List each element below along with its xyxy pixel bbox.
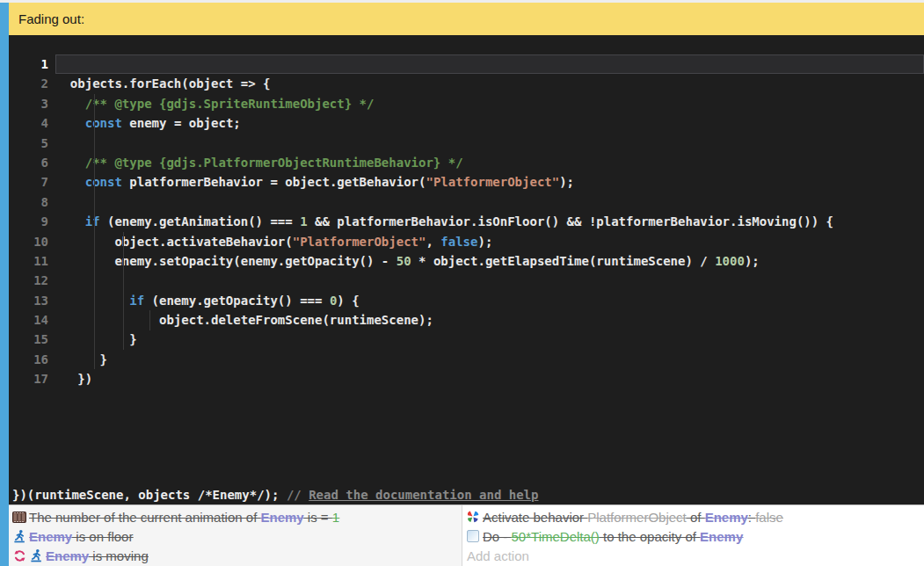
code-line-2[interactable]: 2 objects.forEach(object => {: [9, 74, 924, 93]
condition-row[interactable]: The number of the current animation of E…: [9, 507, 462, 526]
line-number: 5: [9, 134, 55, 153]
code-line-10[interactable]: 10 object.activateBehavior("PlatformerOb…: [9, 232, 924, 251]
code-wrapper-top: (function(runtimeScene, objects /*Enemy*…: [9, 35, 924, 54]
action-row[interactable]: Do - 50*TimeDelta() to the opacity of En…: [462, 526, 924, 546]
line-number: 3: [9, 94, 55, 113]
condition-text: Enemy is moving: [46, 548, 149, 563]
code-line-16[interactable]: 16 }: [9, 350, 924, 369]
code-text: enemy.setOpacity(enemy.getOpacity() - 50…: [55, 251, 924, 271]
platformer-icon: [12, 529, 26, 543]
line-number: 11: [9, 251, 55, 271]
line-number: 7: [9, 172, 55, 192]
line-number: 16: [9, 350, 55, 369]
wrapper-bottom-code: })(runtimeScene, objects /*Enemy*/);: [12, 488, 287, 502]
code-line-11[interactable]: 11 enemy.setOpacity(enemy.getOpacity() -…: [9, 251, 924, 271]
line-number: 10: [9, 232, 55, 251]
code-text: [55, 271, 924, 290]
line-number: 8: [9, 192, 55, 212]
code-text: [55, 134, 924, 153]
code-line-9[interactable]: 9 if (enemy.getAnimation() === 1 && plat…: [9, 212, 924, 231]
js-code-editor[interactable]: (function(runtimeScene, objects /*Enemy*…: [9, 35, 924, 504]
code-line-4[interactable]: 4 const enemy = object;: [9, 113, 924, 133]
animation-icon: [12, 510, 26, 524]
invert-icon: [12, 548, 26, 562]
action-text: Do - 50*TimeDelta() to the opacity of En…: [483, 529, 743, 544]
code-text: /** @type {gdjs.PlatformerObjectRuntimeB…: [55, 153, 924, 172]
indent-guide: [123, 232, 124, 350]
opacity-icon: [466, 529, 480, 543]
code-line-17[interactable]: 17 }): [9, 369, 924, 388]
comment-slashes: //: [287, 488, 309, 502]
code-line-6[interactable]: 6 /** @type {gdjs.PlatformerObjectRuntim…: [9, 153, 924, 172]
condition-text: The number of the current animation of E…: [29, 510, 339, 525]
code-text: }: [55, 350, 924, 369]
code-text: [55, 192, 924, 212]
condition-text: Enemy is on floor: [29, 529, 133, 544]
comment-event-banner[interactable]: Fading out:: [9, 3, 924, 35]
code-lines[interactable]: 12 objects.forEach(object => {3 /** @typ…: [9, 54, 924, 389]
code-text: if (enemy.getOpacity() === 0) {: [55, 291, 924, 310]
line-number: 4: [9, 113, 55, 133]
code-line-5[interactable]: 5: [9, 134, 924, 153]
code-line-3[interactable]: 3 /** @type {gdjs.SpriteRuntimeObject} *…: [9, 94, 924, 113]
line-number: 14: [9, 310, 55, 330]
code-text: object.deleteFromScene(runtimeScene);: [55, 310, 924, 330]
action-row[interactable]: Activate behavior PlatformerObject of En…: [462, 507, 924, 526]
event-instructions: The number of the current animation of E…: [9, 504, 924, 566]
code-line-15[interactable]: 15 }: [9, 330, 924, 349]
action-text: Activate behavior PlatformerObject of En…: [483, 510, 783, 525]
event-content: Fading out: (function(runtimeScene, obje…: [9, 3, 924, 566]
line-number: 13: [9, 291, 55, 310]
code-text: object.activateBehavior("PlatformerObjec…: [55, 232, 924, 251]
add-action-button[interactable]: Add action: [462, 546, 924, 565]
code-text: [55, 54, 924, 74]
code-text: /** @type {gdjs.SpriteRuntimeObject} */: [55, 94, 924, 113]
gdevelop-event-sheet: Fading out: (function(runtimeScene, obje…: [0, 0, 924, 566]
line-number: 17: [9, 369, 55, 388]
code-line-7[interactable]: 7 const platformerBehavior = object.getB…: [9, 172, 924, 192]
comment-event-label: Fading out:: [18, 11, 84, 26]
line-number: 9: [9, 212, 55, 231]
code-text: objects.forEach(object => {: [55, 74, 924, 93]
code-text: const platformerBehavior = object.getBeh…: [55, 172, 924, 192]
code-text: }: [55, 330, 924, 349]
code-text: }): [55, 369, 924, 388]
code-text: if (enemy.getAnimation() === 1 && platfo…: [55, 212, 924, 231]
code-line-14[interactable]: 14 object.deleteFromScene(runtimeScene);: [9, 310, 924, 330]
event-selection-bar: [0, 3, 9, 566]
code-text: const enemy = object;: [55, 113, 924, 133]
code-wrapper-bottom: })(runtimeScene, objects /*Enemy*/); // …: [9, 485, 924, 504]
condition-row[interactable]: Enemy is on floor: [9, 526, 462, 546]
code-line-12[interactable]: 12: [9, 271, 924, 290]
indent-guide: [94, 94, 95, 369]
line-number: 15: [9, 330, 55, 349]
code-line-8[interactable]: 8: [9, 192, 924, 212]
behavior-icon: [466, 510, 480, 524]
platformer-icon: [29, 548, 43, 562]
code-line-13[interactable]: 13 if (enemy.getOpacity() === 0) {: [9, 291, 924, 310]
actions-column: Activate behavior PlatformerObject of En…: [462, 505, 924, 566]
condition-row[interactable]: Enemy is moving: [9, 546, 462, 565]
line-number: 2: [9, 74, 55, 93]
indent-guide: [149, 310, 150, 330]
line-number: 1: [9, 54, 55, 74]
line-number: 6: [9, 153, 55, 172]
code-line-1[interactable]: 1: [9, 54, 924, 74]
documentation-link[interactable]: Read the documentation and help: [309, 488, 538, 502]
line-number: 12: [9, 271, 55, 290]
conditions-column: The number of the current animation of E…: [9, 505, 462, 566]
